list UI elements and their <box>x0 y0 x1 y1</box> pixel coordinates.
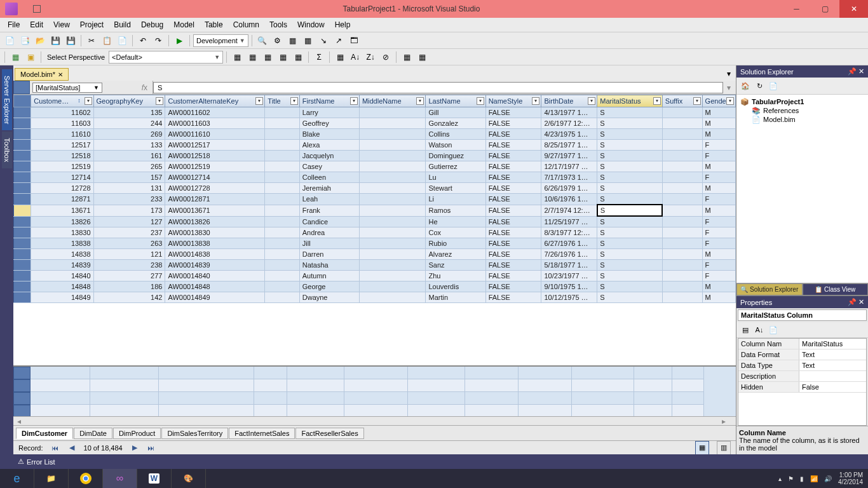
name-box[interactable]: [MaritalStatus]▼ <box>32 83 102 93</box>
close-button[interactable]: ✕ <box>839 0 868 18</box>
col-header-MiddleName[interactable]: MiddleName▾ <box>359 95 426 107</box>
start-button[interactable]: ▶ <box>172 34 186 48</box>
active-files-icon[interactable]: ▾ <box>722 67 736 81</box>
prop-pages-icon[interactable]: 📄 <box>767 323 780 336</box>
col-header-CustomerAlternateKey[interactable]: CustomerAlternateKey▾ <box>165 95 265 107</box>
property-grid[interactable]: Column NamMaritalStatusData FormatTextDa… <box>738 338 867 426</box>
battery-icon[interactable]: ▮ <box>800 475 804 482</box>
table-row[interactable]: 11603244AW00011603GeoffreyGonzalezFALSE2… <box>14 118 736 129</box>
chrome-icon[interactable] <box>69 469 103 488</box>
col-header-LastName[interactable]: LastName▾ <box>426 95 485 107</box>
clock[interactable]: 1:00 PM 4/2/2014 <box>838 471 863 485</box>
menu-build[interactable]: Build <box>109 18 136 31</box>
minimize-button[interactable]: ─ <box>782 0 811 18</box>
alpha-icon[interactable]: A↓ <box>753 323 766 336</box>
tool3-icon[interactable]: ▦ <box>301 34 315 48</box>
ie-icon[interactable]: e <box>0 469 34 488</box>
t4-icon[interactable]: ▦ <box>276 50 290 64</box>
pin-icon[interactable]: 📌 <box>848 67 857 75</box>
solution-explorer-tab[interactable]: 🔍 Solution Explorer <box>736 283 803 295</box>
cube-icon[interactable]: ▣ <box>24 50 37 64</box>
refresh-icon[interactable]: 🗔 <box>347 34 361 48</box>
data-grid[interactable]: Custome…↕▾GeographyKey▾CustomerAlternate… <box>13 95 736 365</box>
sheet-tab-DimProduct[interactable]: DimProduct <box>113 428 161 439</box>
first-record-button[interactable]: ⏮ <box>51 444 60 452</box>
property-row[interactable]: HiddenFalse <box>738 382 866 393</box>
copy-icon[interactable]: 📋 <box>100 34 114 48</box>
col-header-GeographyKey[interactable]: GeographyKey▾ <box>93 95 165 107</box>
undo-icon[interactable]: ↶ <box>136 34 150 48</box>
col-header-MaritalStatus[interactable]: MaritalStatus▾ <box>597 95 663 107</box>
t5-icon[interactable]: ▦ <box>291 50 305 64</box>
doc-tab-model[interactable]: Model.bim* ✕ <box>15 68 69 81</box>
project-node[interactable]: 📦 TabularProject1 <box>739 97 865 106</box>
references-node[interactable]: 📚 References <box>739 106 865 115</box>
find-icon[interactable]: 🔍 <box>255 34 269 48</box>
sheet-tab-FactResellerSales[interactable]: FactResellerSales <box>295 428 363 439</box>
grid-view-icon[interactable]: ▦ <box>695 441 709 455</box>
sigma-icon[interactable]: Σ <box>312 50 326 64</box>
measure-grid[interactable] <box>13 365 736 416</box>
menu-debug[interactable]: Debug <box>136 18 168 31</box>
table-row[interactable]: 14840277AW00014840AutumnZhuFALSE10/23/19… <box>14 271 736 281</box>
table-row[interactable]: 11602135AW00011602LarryGillFALSE4/13/197… <box>14 107 736 118</box>
import-icon[interactable]: ↘ <box>316 34 330 48</box>
property-row[interactable]: Column NamMaritalStatus <box>738 339 866 349</box>
solution-tree[interactable]: 📦 TabularProject1 📚 References 📄 Model.b… <box>736 95 868 283</box>
panel-close-icon[interactable]: ✕ <box>858 298 864 306</box>
sheet-tab-DimCustomer[interactable]: DimCustomer <box>16 428 73 439</box>
property-row[interactable]: Description <box>738 371 866 382</box>
vs-taskbar-icon[interactable]: ∞ <box>103 469 137 488</box>
close-tab-icon[interactable]: ✕ <box>58 71 63 78</box>
table-row[interactable]: 11610269AW00011610BlakeCollinsFALSE4/23/… <box>14 129 736 140</box>
volume-icon[interactable]: 🔊 <box>824 475 832 482</box>
table-row[interactable]: 12871233AW00012871LeahLiFALSE10/6/1976 1… <box>14 194 736 205</box>
save-icon[interactable]: 💾 <box>48 34 62 48</box>
toolbox-tab[interactable]: Toolbox <box>2 132 12 168</box>
prev-record-button[interactable]: ◀ <box>67 444 76 452</box>
paint-icon[interactable]: 🎨 <box>172 469 206 488</box>
flag-icon[interactable]: ⚑ <box>788 475 794 482</box>
filter-clear-icon[interactable]: ▦ <box>400 50 414 64</box>
menu-project[interactable]: Project <box>75 18 109 31</box>
sort-desc-icon[interactable]: Z↓ <box>363 50 377 64</box>
table-row[interactable]: 14839238AW00014839NatashaSanzFALSE5/18/1… <box>14 260 736 271</box>
col-header-BirthDate[interactable]: BirthDate▾ <box>541 95 597 107</box>
tool2-icon[interactable]: ▦ <box>286 34 300 48</box>
table-row[interactable]: 14848186AW00014848GeorgeLouverdisFALSE9/… <box>14 281 736 292</box>
open-icon[interactable]: 📂 <box>33 34 47 48</box>
class-view-tab[interactable]: 📋 Class View <box>803 283 869 295</box>
menu-view[interactable]: View <box>48 18 75 31</box>
table-row[interactable]: 13830237AW00013830AndreaCoxFALSE8/3/1977… <box>14 227 736 238</box>
export-icon[interactable]: ↗ <box>332 34 346 48</box>
property-row[interactable]: Data TypeText <box>738 360 866 371</box>
paste-icon[interactable]: 📄 <box>115 34 129 48</box>
next-record-button[interactable]: ▶ <box>130 444 139 452</box>
sheet-tab-DimDate[interactable]: DimDate <box>74 428 112 439</box>
formula-dropdown-icon[interactable]: ▾ <box>727 83 736 92</box>
cut-icon[interactable]: ✂ <box>85 34 98 48</box>
word-icon[interactable]: W <box>137 469 172 488</box>
fx-icon[interactable]: fx <box>105 81 153 94</box>
table-row[interactable]: 12714157AW00012714ColleenLuFALSE7/17/197… <box>14 172 736 183</box>
table-row[interactable]: 13671173AW00013671FrankRamosFALSE2/7/197… <box>14 205 736 216</box>
table-row[interactable]: 14849142AW00014849DwayneMartinFALSE10/12… <box>14 292 736 303</box>
tool-icon[interactable]: ⚙ <box>271 34 285 48</box>
categorized-icon[interactable]: ▤ <box>739 323 752 336</box>
explorer-icon[interactable]: 📁 <box>34 469 69 488</box>
menu-table[interactable]: Table <box>200 18 228 31</box>
table-row[interactable]: 12518161AW00012518JacquelynDominguezFALS… <box>14 151 736 161</box>
model-file-node[interactable]: 📄 Model.bim <box>739 115 865 124</box>
network-icon[interactable]: 📶 <box>810 475 818 482</box>
col-header-Title[interactable]: Title▾ <box>265 95 299 107</box>
property-row[interactable]: Data FormatText <box>738 349 866 360</box>
save-all-icon[interactable]: 💾 <box>64 34 78 48</box>
excel-icon[interactable]: ▦ <box>8 50 22 64</box>
col-header-CustomerKey[interactable]: Custome…↕▾ <box>31 95 93 107</box>
pin-icon[interactable]: 📌 <box>848 298 857 306</box>
sheet-tab-DimSalesTerritory[interactable]: DimSalesTerritory <box>161 428 228 439</box>
col-header-Suffix[interactable]: Suffix▾ <box>662 95 702 107</box>
config-combo[interactable]: Development▼ <box>193 34 248 47</box>
maximize-button[interactable]: ▢ <box>811 0 839 18</box>
clear-sort-icon[interactable]: ⊘ <box>379 50 393 64</box>
